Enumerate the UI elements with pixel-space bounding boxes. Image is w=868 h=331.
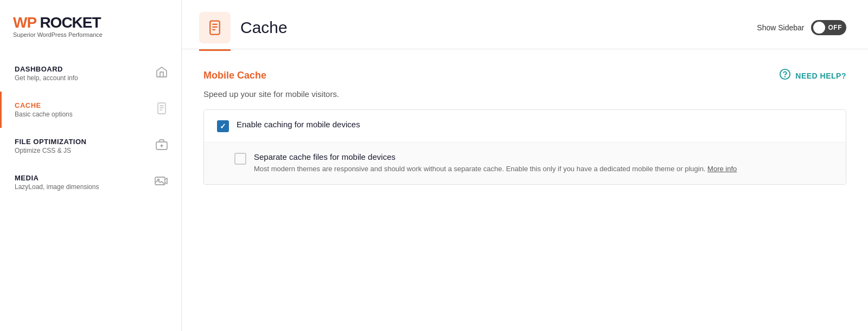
page-header-right: Show Sidebar OFF	[757, 20, 846, 35]
logo: WP ROCKET Superior WordPress Performance	[13, 15, 103, 38]
logo-wp: WP	[13, 14, 36, 31]
home-icon	[155, 66, 168, 81]
sidebar-item-file-opt-title: FILE OPTIMIZATION	[15, 138, 86, 146]
option-row-separate-cache: Separate cache files for mobile devices …	[204, 142, 846, 184]
need-help-button[interactable]: NEED HELP?	[779, 68, 846, 83]
page-header: Cache Show Sidebar OFF	[182, 0, 868, 49]
sidebar-item-file-optimization[interactable]: FILE OPTIMIZATION Optimize CSS & JS	[0, 128, 181, 164]
options-box: ✓ Enable caching for mobile devices Sepa…	[203, 109, 846, 185]
sidebar-item-cache[interactable]: CACHE Basic cache options	[0, 92, 181, 128]
sidebar-item-media-sub: LazyLoad, image dimensions	[15, 183, 99, 191]
checkbox-enable-mobile-caching[interactable]: ✓	[217, 120, 229, 132]
svg-rect-0	[158, 103, 165, 114]
svg-rect-9	[210, 21, 220, 35]
option-label-mobile-caching: Enable caching for mobile devices	[237, 120, 360, 129]
section-description: Speed up your site for mobile visitors.	[203, 89, 846, 99]
sidebar-item-file-opt-sub: Optimize CSS & JS	[15, 147, 86, 154]
help-icon	[779, 68, 791, 83]
page-header-left: Cache	[199, 12, 288, 49]
sidebar-item-cache-sub: Basic cache options	[15, 111, 73, 118]
option-label-separate-cache: Separate cache files for mobile devices	[254, 152, 737, 161]
sidebar-item-dashboard-sub: Get help, account info	[15, 74, 78, 82]
sidebar-item-dashboard-title: DASHBOARD	[15, 65, 78, 73]
show-sidebar-label: Show Sidebar	[757, 23, 804, 32]
logo-text: WP ROCKET	[13, 15, 103, 30]
show-sidebar-toggle[interactable]: OFF	[811, 20, 847, 35]
logo-tagline: Superior WordPress Performance	[13, 31, 103, 38]
more-info-link[interactable]: More info	[707, 165, 737, 173]
page-icon-box	[199, 12, 231, 43]
section-header: Mobile Cache NEED HELP?	[203, 68, 846, 83]
option-desc-separate-cache: Most modern themes are responsive and sh…	[254, 164, 737, 174]
option-row-mobile-caching: ✓ Enable caching for mobile devices	[204, 110, 846, 142]
sidebar-item-dashboard[interactable]: DASHBOARD Get help, account info	[0, 55, 181, 92]
section-content: Mobile Cache NEED HELP? Speed up your si…	[182, 51, 868, 202]
main-content: Cache Show Sidebar OFF Mobile Cache NEED…	[182, 0, 868, 331]
checkmark-icon: ✓	[220, 122, 226, 131]
need-help-label: NEED HELP?	[795, 72, 846, 80]
toggle-circle	[813, 22, 825, 34]
page-title: Cache	[240, 18, 288, 37]
sidebar: WP ROCKET Superior WordPress Performance…	[0, 0, 182, 331]
svg-point-14	[785, 76, 786, 77]
cache-icon	[155, 102, 168, 118]
sidebar-item-media-title: MEDIA	[15, 174, 99, 182]
file-optimization-icon	[155, 138, 168, 154]
logo-area: WP ROCKET Superior WordPress Performance	[0, 0, 181, 51]
section-title: Mobile Cache	[203, 70, 266, 81]
media-icon	[154, 175, 168, 190]
checkbox-separate-cache[interactable]	[234, 153, 246, 165]
sidebar-item-media[interactable]: MEDIA LazyLoad, image dimensions	[0, 164, 181, 200]
toggle-label: OFF	[828, 24, 843, 31]
sidebar-item-cache-title: CACHE	[15, 101, 73, 109]
logo-rocket: ROCKET	[40, 14, 100, 31]
nav-menu: DASHBOARD Get help, account info CACHE B…	[0, 55, 181, 200]
